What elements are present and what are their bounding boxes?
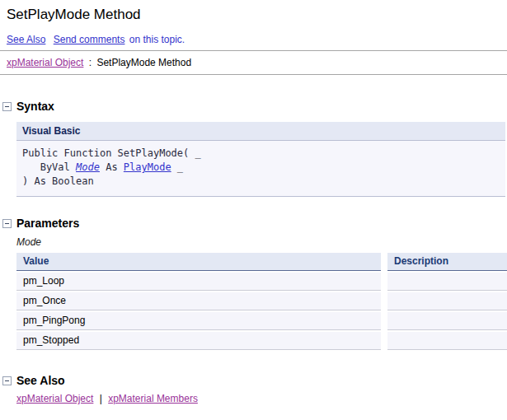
see-also-top-link[interactable]: See Also <box>7 34 45 45</box>
code-line-2-cont: _ <box>171 161 183 173</box>
code-line-1: Public Function SetPlayMode( _ <box>22 147 201 159</box>
breadcrumb-separator: : <box>89 57 92 68</box>
table-row-value: pm_Once <box>16 292 381 310</box>
table-row-value: pm_Loop <box>16 273 381 291</box>
type-playmode-link[interactable]: PlayMode <box>124 161 171 173</box>
param-mode-link[interactable]: Mode <box>76 161 100 173</box>
see-also-separator: | <box>100 393 102 404</box>
collapse-minus-icon[interactable] <box>2 219 12 228</box>
column-header-value: Value <box>16 253 381 271</box>
breadcrumb: xpMaterial Object : SetPlayMode Method <box>0 50 507 75</box>
table-row-description <box>387 312 507 330</box>
table-row-description <box>387 292 507 310</box>
table-row-description <box>387 273 507 291</box>
table-row-value: pm_Stopped <box>16 332 381 350</box>
code-line-2-as: As <box>100 161 124 173</box>
collapse-minus-icon[interactable] <box>2 376 12 385</box>
send-comments-link[interactable]: Send comments <box>54 34 125 45</box>
breadcrumb-current: SetPlayMode Method <box>96 57 191 68</box>
table-row-value: pm_PingPong <box>16 312 381 330</box>
table-row-description <box>387 332 507 350</box>
xpmaterial-object-link[interactable]: xpMaterial Object <box>16 393 93 404</box>
feedback-suffix: on this topic. <box>129 34 185 45</box>
parameters-section-header[interactable]: Parameters <box>2 217 507 230</box>
see-also-links: xpMaterial Object | xpMaterial Members <box>16 393 507 404</box>
code-line-3: ) As Boolean <box>22 175 94 187</box>
column-header-description: Description <box>387 253 507 271</box>
breadcrumb-parent-link[interactable]: xpMaterial Object <box>7 57 83 68</box>
syntax-code-block: Visual Basic Public Function SetPlayMode… <box>16 122 505 197</box>
code-language-tab: Visual Basic <box>16 122 505 141</box>
see-also-heading: See Also <box>16 374 65 387</box>
collapse-minus-icon[interactable] <box>2 102 12 111</box>
syntax-section-header[interactable]: Syntax <box>2 100 507 113</box>
code-line-2-indent: ByVal <box>22 161 76 173</box>
page-title: SetPlayMode Method <box>7 7 507 23</box>
parameters-heading: Parameters <box>16 217 79 230</box>
see-also-section-header[interactable]: See Also <box>2 374 507 387</box>
parameter-name: Mode <box>16 236 507 248</box>
parameters-table: Value Description pm_Loop pm_Once pm_Pin… <box>16 253 507 350</box>
xpmaterial-members-link[interactable]: xpMaterial Members <box>108 393 198 404</box>
code-body: Public Function SetPlayMode( _ ByVal Mod… <box>16 141 505 197</box>
syntax-heading: Syntax <box>16 100 54 113</box>
feedback-line: See Also Send comments on this topic. <box>7 34 507 46</box>
